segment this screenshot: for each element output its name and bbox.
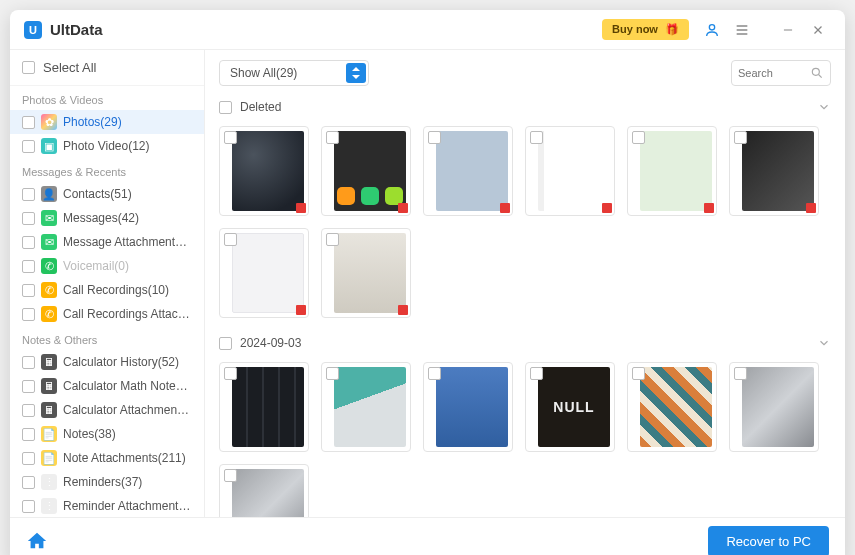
recover-to-pc-button[interactable]: Recover to PC xyxy=(708,526,829,555)
thumb-checkbox[interactable] xyxy=(530,131,543,144)
sidebar-item[interactable]: 🖩Calculator Attachments(30) xyxy=(10,398,204,422)
item-checkbox[interactable] xyxy=(22,452,35,465)
item-checkbox[interactable] xyxy=(22,140,35,153)
thumb-checkbox[interactable] xyxy=(632,131,645,144)
minimize-button[interactable] xyxy=(775,17,801,43)
item-checkbox[interactable] xyxy=(22,260,35,273)
sidebar-item[interactable]: ✆Call Recordings Attachment... xyxy=(10,302,204,326)
search-input[interactable] xyxy=(738,67,810,79)
item-checkbox[interactable] xyxy=(22,428,35,441)
home-button[interactable] xyxy=(26,530,50,554)
item-label: Photo Video(12) xyxy=(63,139,150,153)
deleted-tag-icon xyxy=(296,203,306,213)
photo-thumbnail[interactable] xyxy=(219,126,309,216)
thumb-image xyxy=(436,367,508,447)
photo-thumbnail[interactable] xyxy=(729,362,819,452)
photo-thumbnail[interactable] xyxy=(219,228,309,318)
account-icon[interactable] xyxy=(699,17,725,43)
thumb-checkbox[interactable] xyxy=(326,367,339,380)
svg-point-7 xyxy=(812,68,819,75)
item-label: Photos(29) xyxy=(63,115,122,129)
photo-thumbnail[interactable] xyxy=(423,126,513,216)
item-checkbox[interactable] xyxy=(22,308,35,321)
thumb-checkbox[interactable] xyxy=(224,131,237,144)
photo-thumbnail[interactable] xyxy=(219,362,309,452)
thumb-image xyxy=(640,367,712,447)
item-label: Reminder Attachments(27) xyxy=(63,499,192,513)
photo-thumbnail[interactable] xyxy=(525,126,615,216)
sidebar-item[interactable]: ✿Photos(29) xyxy=(10,110,204,134)
thumbnail-grid: NULL xyxy=(205,354,845,517)
sidebar-item[interactable]: 👤Contacts(51) xyxy=(10,182,204,206)
thumb-image: NULL xyxy=(538,367,610,447)
filter-dropdown[interactable]: Show All(29) xyxy=(219,60,369,86)
thumb-checkbox[interactable] xyxy=(428,131,441,144)
photo-thumbnail[interactable] xyxy=(219,464,309,517)
close-button[interactable] xyxy=(805,17,831,43)
thumb-image xyxy=(742,367,814,447)
photo-thumbnail[interactable] xyxy=(627,362,717,452)
item-checkbox[interactable] xyxy=(22,212,35,225)
thumb-image xyxy=(232,469,304,517)
thumb-checkbox[interactable] xyxy=(224,233,237,246)
group-header: 2024-09-03 xyxy=(205,332,845,354)
photo-thumbnail[interactable] xyxy=(627,126,717,216)
recover-label: Recover to PC xyxy=(726,534,811,549)
thumb-checkbox[interactable] xyxy=(632,367,645,380)
photo-thumbnail[interactable] xyxy=(423,362,513,452)
thumb-checkbox[interactable] xyxy=(224,367,237,380)
sidebar-item[interactable]: 🖩Calculator Math Notes(6) xyxy=(10,374,204,398)
sidebar-item[interactable]: 📄Note Attachments(211) xyxy=(10,446,204,470)
item-checkbox[interactable] xyxy=(22,236,35,249)
photo-thumbnail[interactable] xyxy=(321,362,411,452)
select-all-checkbox[interactable] xyxy=(22,61,35,74)
thumb-checkbox[interactable] xyxy=(530,367,543,380)
item-checkbox[interactable] xyxy=(22,284,35,297)
thumb-checkbox[interactable] xyxy=(734,367,747,380)
sidebar-item[interactable]: ▣Photo Video(12) xyxy=(10,134,204,158)
sidebar-item[interactable]: ✆Call Recordings(10) xyxy=(10,278,204,302)
sidebar-section-label: Messages & Recents xyxy=(10,158,204,182)
select-all-row[interactable]: Select All xyxy=(10,50,204,86)
sidebar-item[interactable]: ⋮Reminder Attachments(27) xyxy=(10,494,204,517)
group-title: Deleted xyxy=(240,100,281,114)
sidebar-item[interactable]: ✉Message Attachments(16) xyxy=(10,230,204,254)
item-checkbox[interactable] xyxy=(22,476,35,489)
photo-thumbnail[interactable]: NULL xyxy=(525,362,615,452)
photo-thumbnail[interactable] xyxy=(321,126,411,216)
deleted-tag-icon xyxy=(806,203,816,213)
sidebar-item[interactable]: 🖩Calculator History(52) xyxy=(10,350,204,374)
sidebar-item[interactable]: ✉Messages(42) xyxy=(10,206,204,230)
item-checkbox[interactable] xyxy=(22,356,35,369)
menu-icon[interactable] xyxy=(729,17,755,43)
content-area: Select All Photos & Videos✿Photos(29)▣Ph… xyxy=(10,50,845,517)
item-checkbox[interactable] xyxy=(22,500,35,513)
sidebar-item[interactable]: ✆Voicemail(0) xyxy=(10,254,204,278)
photo-thumbnail[interactable] xyxy=(321,228,411,318)
photo-thumbnail[interactable] xyxy=(729,126,819,216)
item-icon: 📄 xyxy=(41,450,57,466)
thumb-checkbox[interactable] xyxy=(428,367,441,380)
thumb-checkbox[interactable] xyxy=(734,131,747,144)
thumb-image xyxy=(640,131,712,211)
svg-point-0 xyxy=(709,24,714,29)
item-checkbox[interactable] xyxy=(22,188,35,201)
thumb-checkbox[interactable] xyxy=(326,131,339,144)
thumb-checkbox[interactable] xyxy=(224,469,237,482)
item-checkbox[interactable] xyxy=(22,404,35,417)
item-label: Messages(42) xyxy=(63,211,139,225)
group-checkbox[interactable] xyxy=(219,101,232,114)
sidebar-item[interactable]: ⋮Reminders(37) xyxy=(10,470,204,494)
sidebar-item[interactable]: 📄Notes(38) xyxy=(10,422,204,446)
search-box[interactable] xyxy=(731,60,831,86)
item-label: Reminders(37) xyxy=(63,475,142,489)
buy-now-button[interactable]: Buy now 🎁 xyxy=(602,19,689,40)
group-checkbox[interactable] xyxy=(219,337,232,350)
item-checkbox[interactable] xyxy=(22,116,35,129)
item-label: Notes(38) xyxy=(63,427,116,441)
chevron-down-icon[interactable] xyxy=(817,100,831,114)
chevron-down-icon[interactable] xyxy=(817,336,831,350)
thumb-checkbox[interactable] xyxy=(326,233,339,246)
item-checkbox[interactable] xyxy=(22,380,35,393)
item-label: Note Attachments(211) xyxy=(63,451,186,465)
